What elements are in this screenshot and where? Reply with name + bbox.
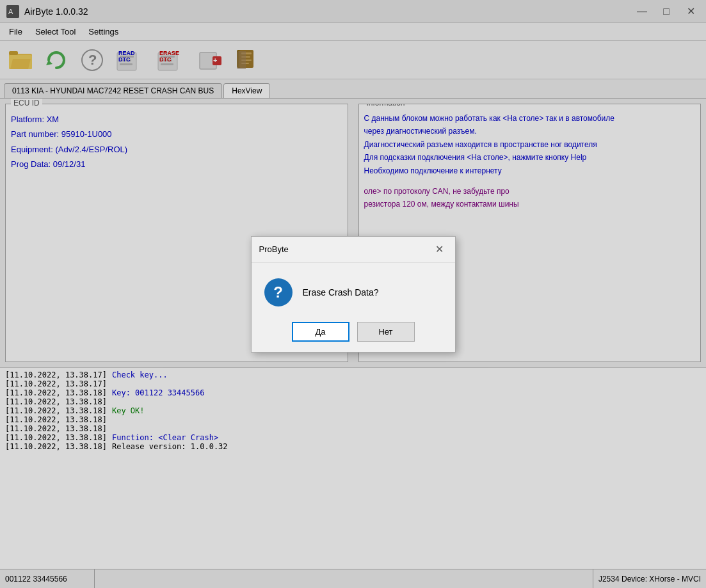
modal-question-icon: ? [264, 278, 293, 306]
modal-title: ProByte [259, 244, 289, 254]
modal-body: ? Erase Crash Data? [252, 263, 455, 317]
modal-close-button[interactable]: ✕ [432, 242, 447, 257]
modal-message: Erase Crash Data? [303, 287, 379, 298]
modal-footer: Да Нет [252, 317, 455, 352]
modal-titlebar: ProByte ✕ [252, 237, 455, 263]
modal-dialog: ProByte ✕ ? Erase Crash Data? Да Нет [251, 236, 456, 353]
modal-overlay: ProByte ✕ ? Erase Crash Data? Да Нет [0, 0, 706, 588]
modal-no-button[interactable]: Нет [357, 322, 415, 342]
modal-yes-button[interactable]: Да [292, 322, 349, 342]
